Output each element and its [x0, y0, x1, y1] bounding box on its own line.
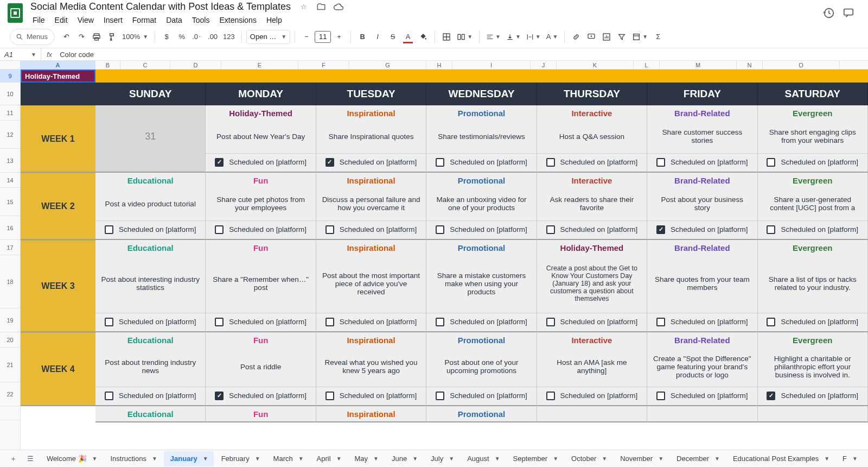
checkbox[interactable] [546, 225, 555, 234]
currency-button[interactable]: $ [159, 29, 174, 45]
column-headers[interactable]: ABCDEFGHIJKLMNO [21, 61, 868, 70]
zoom-dropdown[interactable]: 100%▼ [120, 29, 150, 45]
checkbox[interactable] [105, 225, 113, 234]
insert-comment-button[interactable] [584, 29, 598, 45]
redo-button[interactable]: ↷ [74, 29, 88, 45]
checkbox[interactable] [656, 318, 665, 326]
all-sheets-button[interactable]: ☰ [23, 451, 38, 466]
checkbox[interactable] [215, 318, 224, 326]
checkbox[interactable] [656, 225, 665, 234]
font-family-dropdown[interactable]: Open …▼ [246, 30, 290, 44]
sheet-tab[interactable]: December▼ [670, 451, 725, 466]
text-wrap-button[interactable]: ▼ [524, 29, 543, 45]
cell-a9-selected[interactable]: Holiday-Themed [21, 70, 95, 83]
decrease-font-button[interactable]: − [299, 29, 314, 45]
text-rotation-button[interactable]: A▼ [544, 29, 560, 45]
print-button[interactable] [90, 29, 104, 45]
sheet-tab[interactable]: March▼ [267, 451, 309, 466]
filter-button[interactable] [615, 29, 629, 45]
sheet-tab[interactable]: May▼ [348, 451, 384, 466]
star-icon[interactable]: ☆ [297, 1, 310, 14]
menu-format[interactable]: Format [128, 14, 161, 26]
checkbox[interactable] [436, 225, 444, 234]
strikethrough-button[interactable]: S [386, 29, 400, 45]
checkbox[interactable] [326, 392, 334, 400]
italic-button[interactable]: I [371, 29, 385, 45]
checkbox[interactable] [215, 158, 224, 167]
menu-tools[interactable]: Tools [188, 14, 214, 26]
checkbox[interactable] [436, 392, 444, 400]
menu-data[interactable]: Data [162, 14, 187, 26]
history-icon[interactable] [822, 7, 835, 20]
more-formats-button[interactable]: 123 [221, 29, 237, 45]
menu-edit[interactable]: Edit [50, 14, 72, 26]
insert-link-button[interactable] [569, 29, 583, 45]
borders-button[interactable] [439, 29, 454, 45]
checkbox[interactable] [546, 392, 555, 400]
checkbox[interactable] [326, 158, 334, 167]
comments-icon[interactable] [842, 7, 855, 20]
functions-button[interactable]: Σ [651, 29, 665, 45]
sheet-tab[interactable]: February▼ [215, 451, 266, 466]
increase-decimal-button[interactable]: .00 [206, 29, 220, 45]
sheet-tab[interactable]: November▼ [614, 451, 669, 466]
filter-views-button[interactable]: ▼ [630, 29, 650, 45]
menu-extensions[interactable]: Extensions [215, 14, 260, 26]
search-menus[interactable]: Menus [10, 29, 55, 45]
sheet-tab[interactable]: Welcome 🎉▼ [40, 451, 103, 466]
menu-file[interactable]: File [28, 14, 49, 26]
merge-cells-button[interactable]: ▼ [455, 29, 475, 45]
menu-help[interactable]: Help [262, 14, 286, 26]
sheet-tab[interactable]: F▼ [836, 451, 863, 466]
checkbox[interactable] [326, 318, 334, 326]
spreadsheet-grid[interactable]: ABCDEFGHIJKLMNO 910111213141516171819202… [0, 61, 868, 450]
name-box[interactable]: A1▼ [0, 48, 41, 60]
sheet-tab[interactable]: July▼ [424, 451, 459, 466]
increase-font-button[interactable]: + [332, 29, 346, 45]
font-size-input[interactable]: 11 [315, 31, 331, 43]
sheet-tab[interactable]: January▼ [164, 451, 214, 466]
sheet-tab[interactable]: Instructions▼ [104, 451, 162, 466]
sheet-tab[interactable]: October▼ [565, 451, 612, 466]
cloud-status-icon[interactable] [332, 1, 345, 14]
formula-input[interactable]: Color code [58, 51, 94, 59]
sheet-tab[interactable]: Educational Post Examples▼ [726, 451, 835, 466]
checkbox[interactable] [767, 392, 775, 400]
bold-button[interactable]: B [355, 29, 369, 45]
sheet-tab[interactable]: April▼ [310, 451, 347, 466]
add-sheet-button[interactable]: ＋ [5, 451, 21, 466]
checkbox[interactable] [767, 225, 775, 234]
sheet-tab[interactable]: August▼ [461, 451, 505, 466]
row-headers[interactable]: 910111213141516171819202122 [0, 70, 21, 450]
checkbox[interactable] [436, 158, 444, 167]
sheet-tab[interactable]: June▼ [385, 451, 423, 466]
checkbox[interactable] [546, 318, 555, 326]
sheets-logo-icon[interactable] [8, 3, 23, 23]
insert-chart-button[interactable] [599, 29, 614, 45]
week4-label[interactable]: WEEK 4 [21, 332, 95, 406]
checkbox[interactable] [656, 392, 665, 400]
text-color-button[interactable]: A [401, 29, 415, 45]
checkbox[interactable] [105, 318, 113, 326]
v-align-button[interactable]: ▼ [504, 29, 523, 45]
percent-button[interactable]: % [175, 29, 189, 45]
week3-label[interactable]: WEEK 3 [21, 240, 95, 332]
checkbox[interactable] [767, 318, 775, 326]
checkbox[interactable] [105, 392, 113, 400]
menu-view[interactable]: View [73, 14, 98, 26]
fill-color-button[interactable] [416, 29, 430, 45]
checkbox[interactable] [326, 225, 334, 234]
select-all-corner[interactable] [0, 61, 21, 70]
cell-a10[interactable] [21, 83, 95, 105]
week2-label[interactable]: WEEK 2 [21, 173, 95, 240]
move-folder-icon[interactable] [315, 1, 328, 14]
checkbox[interactable] [656, 158, 665, 167]
paint-format-button[interactable] [105, 29, 119, 45]
checkbox[interactable] [436, 318, 444, 326]
undo-button[interactable]: ↶ [59, 29, 73, 45]
checkbox[interactable] [546, 158, 555, 167]
checkbox[interactable] [767, 158, 775, 167]
doc-title[interactable]: Social Media Content Calendar with Post … [28, 0, 293, 14]
menu-insert[interactable]: Insert [99, 14, 127, 26]
h-align-button[interactable]: ▼ [484, 29, 503, 45]
